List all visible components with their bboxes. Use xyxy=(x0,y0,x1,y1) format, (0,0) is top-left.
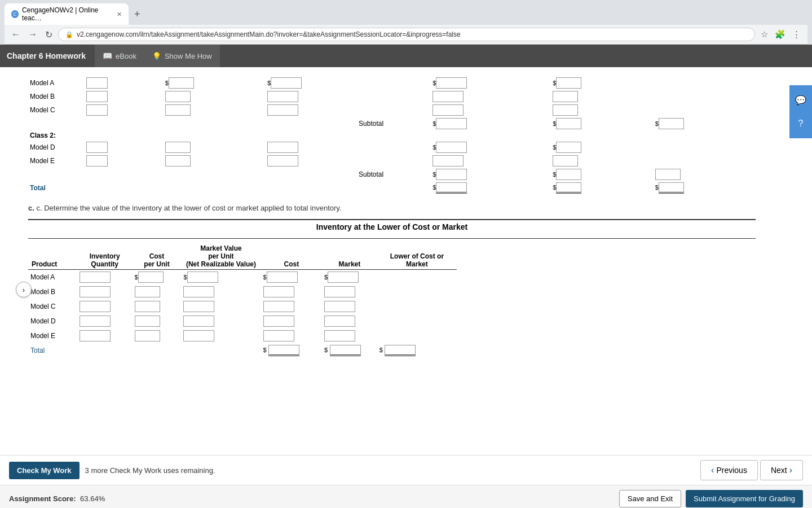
modelA-val1[interactable] xyxy=(271,77,302,89)
lcm-total-lower[interactable] xyxy=(385,345,416,356)
subtotal1-lower[interactable] xyxy=(659,118,684,129)
modelC-market[interactable] xyxy=(553,104,578,116)
lcm-modelA-nrv[interactable] xyxy=(187,271,218,283)
prev-arrow-icon: ‹ xyxy=(711,465,714,475)
modelE-market[interactable] xyxy=(553,155,578,167)
modelB-qty1[interactable] xyxy=(86,91,108,102)
main-content: Model A $ $ $ $ Model B xyxy=(0,67,789,455)
lcm-modelD-cost[interactable] xyxy=(263,316,294,327)
check-info: 3 more Check My Work uses remaining. xyxy=(85,466,215,475)
lcm-modelE-market[interactable] xyxy=(324,330,355,341)
modelB-market[interactable] xyxy=(553,91,578,102)
lcm-modelB-cpu[interactable] xyxy=(135,286,160,297)
previous-btn[interactable]: ‹ Previous xyxy=(700,460,758,480)
total-market[interactable] xyxy=(556,182,581,194)
modelB-cost1[interactable] xyxy=(165,91,191,102)
lcm-modelA-cost[interactable] xyxy=(267,271,298,283)
modelD-cost2[interactable] xyxy=(436,142,467,153)
back-btn[interactable]: ← xyxy=(9,28,23,41)
total-cost[interactable] xyxy=(436,182,467,194)
browser-tab[interactable]: C CengageNOWv2 | Online teac… ✕ xyxy=(5,3,129,25)
tab-close-btn[interactable]: ✕ xyxy=(117,11,122,18)
col-header-cost-per-unit: Costper Unit xyxy=(133,243,182,270)
bookmark-btn[interactable]: ☆ xyxy=(758,28,770,41)
subtotal2-market[interactable] xyxy=(556,169,581,180)
menu-btn[interactable]: ⋮ xyxy=(790,28,803,41)
lcm-modelB-market[interactable] xyxy=(324,286,355,297)
lightbulb-icon: 💡 xyxy=(152,52,161,60)
modelB-val1[interactable] xyxy=(267,91,298,102)
lcm-modelE-nrv[interactable] xyxy=(183,330,214,341)
lcm-modelB-cost[interactable] xyxy=(263,286,294,297)
modelC-cost2[interactable] xyxy=(433,104,464,116)
check-my-work-btn[interactable]: Check My Work xyxy=(9,462,80,479)
table-row: Model E xyxy=(28,154,756,168)
modelC-cost1[interactable] xyxy=(165,104,191,116)
modelE-cost2[interactable] xyxy=(433,155,464,167)
lcm-modelB-nrv[interactable] xyxy=(183,286,214,297)
subtotal-row: Subtotal $ $ $ xyxy=(28,117,756,130)
side-toggle-btn[interactable]: › xyxy=(16,282,32,297)
table-row: Model E xyxy=(28,329,457,343)
subtotal2-cost[interactable] xyxy=(436,169,467,180)
table-row: Model A $ $ $ $ xyxy=(28,270,457,285)
extensions-btn[interactable]: 🧩 xyxy=(773,28,788,41)
lcm-modelD-cpu[interactable] xyxy=(135,316,160,327)
modelC-val1[interactable] xyxy=(267,104,298,116)
lcm-modelA-market[interactable] xyxy=(328,271,359,283)
modelD-val1[interactable] xyxy=(267,142,298,153)
lcm-modelE-cost[interactable] xyxy=(263,330,294,341)
lcm-modelC-market[interactable] xyxy=(324,301,355,312)
modelC-qty1[interactable] xyxy=(86,104,108,116)
reload-btn[interactable]: ↻ xyxy=(43,28,55,41)
address-text: v2.cengagenow.com/ilrn/takeAssignment/ta… xyxy=(77,30,461,38)
footer-bar: Assignment Score: 63.64% Save and Exit S… xyxy=(0,485,812,508)
lcm-total-cost[interactable] xyxy=(268,345,299,356)
modelA-market[interactable] xyxy=(556,77,581,89)
lcm-modelD-qty[interactable] xyxy=(80,316,111,327)
lcm-modelE-cpu[interactable] xyxy=(135,330,160,341)
lcm-modelC-qty[interactable] xyxy=(80,301,111,312)
lcm-model-label: Model A xyxy=(28,270,77,285)
save-exit-btn[interactable]: Save and Exit xyxy=(619,490,681,507)
lcm-modelE-qty[interactable] xyxy=(80,330,111,341)
modelA-cost2[interactable] xyxy=(436,77,467,89)
lcm-modelB-qty[interactable] xyxy=(80,286,111,297)
modelA-cost1[interactable] xyxy=(169,77,194,89)
col-header-cost: Cost xyxy=(261,243,323,270)
subtotal1-market[interactable] xyxy=(556,118,581,129)
lcm-modelD-market[interactable] xyxy=(324,316,355,327)
total-lower-top[interactable] xyxy=(659,182,684,194)
forward-btn[interactable]: → xyxy=(26,28,39,41)
modelE-val1[interactable] xyxy=(267,155,298,167)
lcm-modelD-nrv[interactable] xyxy=(183,316,214,327)
ebook-icon: 📖 xyxy=(103,51,112,60)
lcm-modelC-nrv[interactable] xyxy=(183,301,214,312)
modelE-cost1[interactable] xyxy=(165,155,191,167)
right-sidebar: 💬 ? xyxy=(789,85,812,138)
modelE-qty1[interactable] xyxy=(86,155,108,167)
lcm-total-market[interactable] xyxy=(330,345,361,356)
modelB-cost2[interactable] xyxy=(433,91,464,102)
modelD-market[interactable] xyxy=(556,142,581,153)
subtotal1-cost[interactable] xyxy=(436,118,467,129)
modelD-qty1[interactable] xyxy=(86,142,108,153)
next-btn[interactable]: Next › xyxy=(760,460,803,480)
bottom-bar: Check My Work 3 more Check My Work uses … xyxy=(0,455,812,485)
lcm-modelA-cpu[interactable] xyxy=(138,271,164,283)
subtotal2-lower[interactable] xyxy=(655,169,681,180)
ebook-label: eBook xyxy=(116,52,136,60)
modelA-qty1[interactable] xyxy=(86,77,108,89)
new-tab-btn[interactable]: + xyxy=(131,8,144,20)
help-icon-btn[interactable]: ? xyxy=(792,115,810,133)
lcm-modelC-cost[interactable] xyxy=(263,301,294,312)
chat-icon-btn[interactable]: 💬 xyxy=(792,91,810,109)
ebook-btn[interactable]: 📖 eBook xyxy=(95,45,144,67)
submit-assignment-btn[interactable]: Submit Assignment for Grading xyxy=(686,490,803,507)
lcm-model-label: Model C xyxy=(28,299,77,314)
lcm-modelC-cpu[interactable] xyxy=(135,301,160,312)
show-me-how-btn[interactable]: 💡 Show Me How xyxy=(144,45,220,67)
address-bar[interactable]: 🔒 v2.cengagenow.com/ilrn/takeAssignment/… xyxy=(58,28,755,41)
modelD-cost1[interactable] xyxy=(165,142,191,153)
lcm-modelA-qty[interactable] xyxy=(80,271,111,283)
